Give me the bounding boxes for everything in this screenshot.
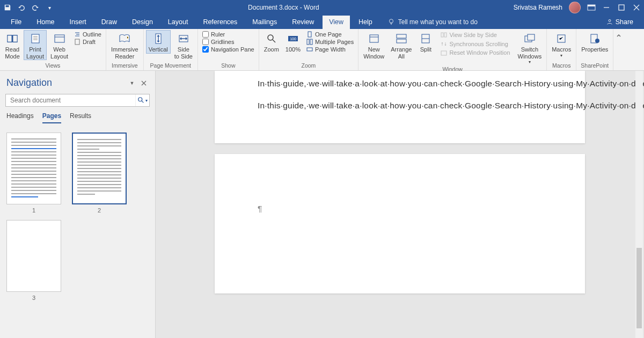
collapse-ribbon-button[interactable] xyxy=(613,29,624,70)
reset-window-button: Reset Window Position xyxy=(439,49,511,57)
nav-dropdown-icon[interactable]: ▼ xyxy=(127,78,137,88)
side-to-side-button[interactable]: Side to Side xyxy=(172,30,195,60)
svg-rect-2 xyxy=(619,5,624,10)
tell-me[interactable]: Tell me what you want to do xyxy=(381,16,484,29)
tab-help[interactable]: Help xyxy=(352,16,379,29)
vertical-button[interactable]: Vertical xyxy=(146,30,171,54)
minimize-icon[interactable] xyxy=(602,3,611,12)
tab-design[interactable]: Design xyxy=(126,16,159,29)
one-page-button[interactable]: One Page xyxy=(306,31,354,38)
svg-rect-15 xyxy=(310,39,312,45)
print-layout-icon xyxy=(29,32,42,45)
document-title: Document 3.docx - Word xyxy=(54,4,514,11)
page-thumb-3[interactable] xyxy=(6,220,61,292)
svg-rect-22 xyxy=(444,33,447,37)
search-document[interactable]: ▾ xyxy=(5,94,150,107)
save-icon[interactable] xyxy=(3,3,12,12)
vertical-scrollbar[interactable] xyxy=(635,71,643,338)
nav-tab-results[interactable]: Results xyxy=(70,112,91,123)
document-area[interactable]: In·this·guide,·we·will·take·a·look·at·ho… xyxy=(156,71,644,338)
svg-rect-18 xyxy=(397,34,406,38)
page-thumb-2[interactable] xyxy=(72,133,127,204)
avatar[interactable] xyxy=(569,2,581,13)
draft-button[interactable]: Draft xyxy=(74,39,101,45)
search-input[interactable] xyxy=(6,97,135,104)
title-bar: ▾ Document 3.docx - Word Srivatsa Ramesh xyxy=(0,0,644,15)
navigation-pane-checkbox[interactable]: Navigation Pane xyxy=(202,46,254,53)
undo-icon[interactable] xyxy=(17,3,26,12)
page-2-bottom[interactable]: In·this·guide,·we·will·take·a·look·at·ho… xyxy=(215,71,585,143)
tab-home[interactable]: Home xyxy=(30,16,61,29)
redo-icon[interactable] xyxy=(31,3,40,12)
menu-bar: File Home Insert Draw Design Layout Refe… xyxy=(0,15,644,29)
paragraph[interactable]: In·this·guide,·we·will·take·a·look·at·ho… xyxy=(258,99,542,112)
tab-file[interactable]: File xyxy=(4,16,28,29)
draft-icon xyxy=(74,39,80,45)
immersive-group-label: Immersive xyxy=(108,61,141,70)
macros-group-label: Macros xyxy=(549,61,574,70)
one-page-icon xyxy=(306,31,313,38)
outline-icon xyxy=(74,31,80,38)
tab-draw[interactable]: Draw xyxy=(95,16,123,29)
web-layout-icon xyxy=(53,32,66,45)
print-layout-button[interactable]: Print Layout xyxy=(24,30,47,60)
tab-mailings[interactable]: Mailings xyxy=(246,16,283,29)
svg-point-10 xyxy=(268,35,273,40)
svg-point-3 xyxy=(389,19,393,23)
qat-customize-icon[interactable]: ▾ xyxy=(45,3,54,12)
close-icon[interactable] xyxy=(632,3,641,12)
nav-tab-headings[interactable]: Headings xyxy=(6,112,34,123)
nav-close-icon[interactable] xyxy=(139,78,149,88)
outline-button[interactable]: Outline xyxy=(74,31,101,38)
svg-point-29 xyxy=(138,98,142,101)
paragraph[interactable]: In·this·guide,·we·will·take·a·look·at·ho… xyxy=(258,77,542,90)
zoom-100-button[interactable]: 100 100% xyxy=(283,30,303,54)
page-3[interactable]: ¶ xyxy=(215,154,585,293)
immersive-reader-button[interactable]: Immersive Reader xyxy=(108,30,141,60)
tab-review[interactable]: Review xyxy=(286,16,320,29)
sharepoint-group-label: SharePoint xyxy=(579,61,611,70)
page-width-button[interactable]: Page Width xyxy=(306,46,354,53)
svg-rect-25 xyxy=(528,34,535,40)
scrollbar-thumb[interactable] xyxy=(636,248,642,328)
paragraph-empty[interactable]: ¶ xyxy=(258,202,542,215)
search-icon[interactable]: ▾ xyxy=(135,94,149,106)
user-name[interactable]: Srivatsa Ramesh xyxy=(514,4,562,11)
macros-button[interactable]: Macros ▾ xyxy=(549,30,574,58)
switch-windows-button[interactable]: Switch Windows ▾ xyxy=(515,30,545,65)
zoom-group-label: Zoom xyxy=(261,61,356,70)
share-label: Share xyxy=(616,18,633,26)
maximize-icon[interactable] xyxy=(617,3,626,12)
tab-insert[interactable]: Insert xyxy=(63,16,93,29)
new-window-button[interactable]: New Window xyxy=(361,30,387,60)
read-mode-button[interactable]: Read Mode xyxy=(2,30,23,60)
ribbon-display-icon[interactable] xyxy=(587,3,596,12)
nav-tab-pages[interactable]: Pages xyxy=(42,112,61,123)
chevron-down-icon: ▾ xyxy=(529,60,531,64)
arrange-all-button[interactable]: Arrange All xyxy=(388,30,414,60)
multiple-pages-icon xyxy=(306,39,313,45)
properties-icon xyxy=(588,32,601,45)
svg-point-4 xyxy=(609,19,611,21)
multiple-pages-button[interactable]: Multiple Pages xyxy=(306,39,354,45)
svg-rect-16 xyxy=(307,48,312,51)
svg-point-28 xyxy=(595,39,599,43)
share-button[interactable]: Share xyxy=(599,16,640,29)
sync-scroll-icon xyxy=(441,41,447,47)
split-icon xyxy=(419,32,432,45)
tab-view[interactable]: View xyxy=(323,16,350,29)
web-layout-button[interactable]: Web Layout xyxy=(48,30,71,60)
tab-references[interactable]: References xyxy=(196,16,244,29)
properties-button[interactable]: Properties xyxy=(579,30,611,54)
navigation-title: Navigation xyxy=(6,77,125,89)
side-to-side-icon xyxy=(177,32,190,45)
gridlines-checkbox[interactable]: Gridlines xyxy=(202,39,254,45)
svg-rect-5 xyxy=(32,34,39,43)
tell-me-label: Tell me what you want to do xyxy=(398,18,478,26)
zoom-button[interactable]: Zoom xyxy=(261,30,282,54)
tab-layout[interactable]: Layout xyxy=(162,16,195,29)
split-button[interactable]: Split xyxy=(415,30,436,54)
navigation-pane: Navigation ▼ ▾ Headings Pages Results 1 xyxy=(0,71,156,338)
ruler-checkbox[interactable]: Ruler xyxy=(202,31,254,38)
page-thumb-1[interactable] xyxy=(6,133,61,204)
